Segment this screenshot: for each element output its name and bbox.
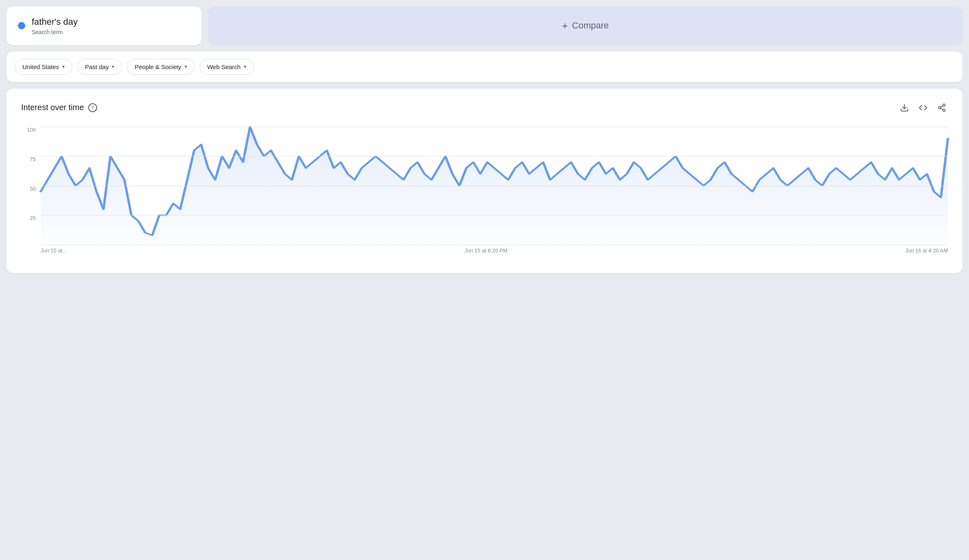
chart-title-row: Interest over time ? xyxy=(21,103,97,112)
compare-plus-icon: + xyxy=(562,20,568,31)
chart-actions xyxy=(898,102,948,114)
grid-lines xyxy=(41,127,948,245)
chart-title: Interest over time xyxy=(21,103,84,112)
svg-line-5 xyxy=(941,106,943,107)
x-axis-labels: Jun 15 at... Jun 15 at 8:20 PM Jun 16 at… xyxy=(41,245,948,257)
search-term: father's day xyxy=(32,16,78,28)
grid-line-75 xyxy=(41,156,948,156)
search-type-chevron-icon: ▾ xyxy=(244,64,246,69)
download-button[interactable] xyxy=(898,102,910,114)
chart-inner xyxy=(41,127,948,245)
region-filter-button[interactable]: United States ▾ xyxy=(15,59,72,75)
search-term-card: father's day Search term xyxy=(7,7,202,45)
y-label-100: 100 xyxy=(27,127,36,133)
x-label-1: Jun 15 at... xyxy=(41,247,67,254)
search-sub-label: Search term xyxy=(32,29,78,35)
region-chevron-icon: ▾ xyxy=(62,64,65,69)
time-chevron-icon: ▾ xyxy=(112,64,114,69)
x-label-3: Jun 16 at 4:20 AM xyxy=(905,247,948,254)
grid-line-100 xyxy=(41,127,948,127)
search-type-filter-label: Web Search xyxy=(207,63,241,70)
svg-line-4 xyxy=(941,108,943,110)
x-label-2: Jun 15 at 8:20 PM xyxy=(465,247,508,254)
chart-header: Interest over time ? xyxy=(21,102,948,114)
help-icon[interactable]: ? xyxy=(88,103,97,112)
y-label-75: 75 xyxy=(30,156,36,162)
filter-row: United States ▾ Past day ▾ People & Soci… xyxy=(7,52,962,82)
search-text-block: father's day Search term xyxy=(32,16,78,35)
chart-area: 100 75 50 25 xyxy=(21,127,948,257)
y-label-50: 50 xyxy=(30,186,36,192)
chart-card: Interest over time ? xyxy=(7,89,962,273)
time-filter-button[interactable]: Past day ▾ xyxy=(77,59,122,75)
share-button[interactable] xyxy=(936,102,948,114)
category-filter-label: People & Society xyxy=(135,63,181,70)
compare-label: Compare xyxy=(572,20,608,31)
grid-line-50 xyxy=(41,186,948,186)
search-dot-indicator xyxy=(18,22,25,29)
search-type-filter-button[interactable]: Web Search ▾ xyxy=(200,59,254,75)
y-label-25: 25 xyxy=(30,215,36,221)
region-filter-label: United States xyxy=(22,63,59,70)
compare-card[interactable]: + Compare xyxy=(208,7,962,45)
time-filter-label: Past day xyxy=(85,63,109,70)
embed-button[interactable] xyxy=(917,102,929,114)
category-chevron-icon: ▾ xyxy=(185,64,187,69)
grid-line-25 xyxy=(41,215,948,215)
y-axis-labels: 100 75 50 25 xyxy=(21,127,41,245)
category-filter-button[interactable]: People & Society ▾ xyxy=(127,59,194,75)
